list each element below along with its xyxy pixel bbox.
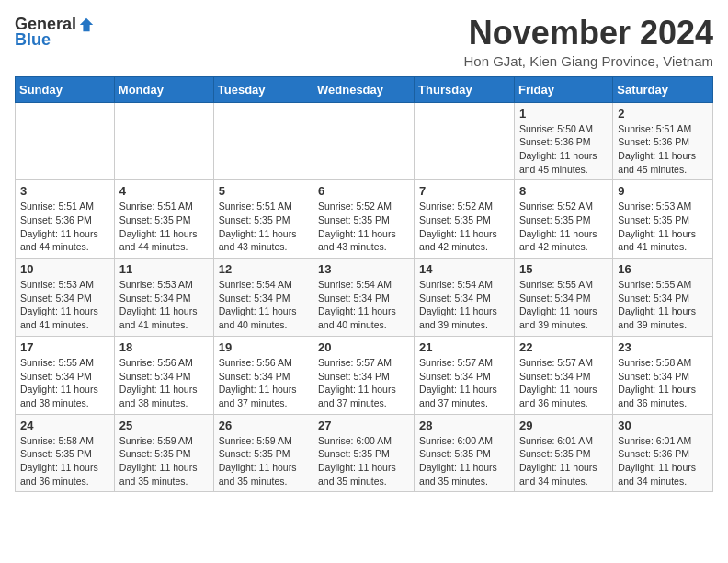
day-number: 6 [318,184,409,198]
month-title: November 2024 [463,15,713,52]
day-number: 30 [618,419,708,432]
day-info: Sunrise: 5:53 AMSunset: 5:35 PMDaylight:… [618,200,708,254]
day-number: 9 [618,184,708,198]
calendar-cell: 4Sunrise: 5:51 AMSunset: 5:35 PMDaylight… [114,180,213,259]
calendar-cell: 8Sunrise: 5:52 AMSunset: 5:35 PMDaylight… [514,180,612,259]
calendar-header-friday: Friday [514,76,612,102]
calendar-header-saturday: Saturday [613,76,713,102]
calendar-cell: 30Sunrise: 6:01 AMSunset: 5:36 PMDayligh… [613,414,713,492]
calendar-week-row: 17Sunrise: 5:55 AMSunset: 5:34 PMDayligh… [16,336,713,414]
day-number: 7 [419,184,509,198]
calendar-cell: 2Sunrise: 5:51 AMSunset: 5:36 PMDaylight… [613,102,713,180]
day-number: 21 [419,340,509,354]
day-number: 25 [119,419,209,432]
calendar-cell [313,102,415,180]
day-info: Sunrise: 5:57 AMSunset: 5:34 PMDaylight:… [318,356,409,410]
day-number: 27 [318,419,409,432]
calendar-cell [16,102,115,180]
day-number: 11 [119,262,209,276]
calendar-header-row: SundayMondayTuesdayWednesdayThursdayFrid… [16,76,713,102]
day-number: 26 [219,419,308,432]
calendar-week-row: 10Sunrise: 5:53 AMSunset: 5:34 PMDayligh… [16,259,713,337]
day-info: Sunrise: 6:00 AMSunset: 5:35 PMDaylight:… [318,434,409,488]
day-info: Sunrise: 6:00 AMSunset: 5:35 PMDaylight:… [419,434,509,488]
calendar-cell: 5Sunrise: 5:51 AMSunset: 5:35 PMDaylight… [213,180,313,259]
day-info: Sunrise: 5:51 AMSunset: 5:36 PMDaylight:… [20,200,109,254]
day-info: Sunrise: 6:01 AMSunset: 5:35 PMDaylight:… [519,434,608,488]
calendar-header-monday: Monday [114,76,213,102]
day-info: Sunrise: 5:52 AMSunset: 5:35 PMDaylight:… [519,200,608,254]
day-info: Sunrise: 5:54 AMSunset: 5:34 PMDaylight:… [219,278,308,332]
calendar-cell: 15Sunrise: 5:55 AMSunset: 5:34 PMDayligh… [514,259,612,337]
logo: General Blue [15,15,95,50]
logo-icon [78,17,95,33]
calendar-cell: 12Sunrise: 5:54 AMSunset: 5:34 PMDayligh… [213,259,313,337]
day-info: Sunrise: 5:50 AMSunset: 5:36 PMDaylight:… [519,122,608,177]
day-info: Sunrise: 5:51 AMSunset: 5:35 PMDaylight:… [219,200,308,254]
day-info: Sunrise: 5:51 AMSunset: 5:36 PMDaylight:… [618,122,708,177]
logo-blue-text: Blue [15,30,51,49]
calendar-cell: 21Sunrise: 5:57 AMSunset: 5:34 PMDayligh… [415,336,515,414]
calendar-cell: 16Sunrise: 5:55 AMSunset: 5:34 PMDayligh… [613,259,713,337]
day-info: Sunrise: 5:52 AMSunset: 5:35 PMDaylight:… [318,200,409,254]
day-number: 16 [618,262,708,276]
day-info: Sunrise: 5:59 AMSunset: 5:35 PMDaylight:… [119,434,209,488]
day-info: Sunrise: 5:54 AMSunset: 5:34 PMDaylight:… [318,278,409,332]
day-number: 10 [20,262,109,276]
day-info: Sunrise: 5:55 AMSunset: 5:34 PMDaylight:… [519,278,608,332]
day-info: Sunrise: 5:58 AMSunset: 5:35 PMDaylight:… [20,434,109,488]
calendar-cell: 6Sunrise: 5:52 AMSunset: 5:35 PMDaylight… [313,180,415,259]
calendar-cell [213,102,313,180]
calendar-cell: 23Sunrise: 5:58 AMSunset: 5:34 PMDayligh… [613,336,713,414]
calendar-cell: 17Sunrise: 5:55 AMSunset: 5:34 PMDayligh… [16,336,115,414]
day-info: Sunrise: 5:51 AMSunset: 5:35 PMDaylight:… [119,200,209,254]
day-number: 22 [519,340,608,354]
calendar-table: SundayMondayTuesdayWednesdayThursdayFrid… [15,76,713,493]
day-info: Sunrise: 5:57 AMSunset: 5:34 PMDaylight:… [519,356,608,410]
calendar-cell: 7Sunrise: 5:52 AMSunset: 5:35 PMDaylight… [415,180,515,259]
calendar-cell [114,102,213,180]
day-info: Sunrise: 5:53 AMSunset: 5:34 PMDaylight:… [119,278,209,332]
day-number: 4 [119,184,209,198]
day-info: Sunrise: 5:57 AMSunset: 5:34 PMDaylight:… [419,356,509,410]
calendar-cell: 14Sunrise: 5:54 AMSunset: 5:34 PMDayligh… [415,259,515,337]
day-number: 20 [318,340,409,354]
day-info: Sunrise: 5:54 AMSunset: 5:34 PMDaylight:… [419,278,509,332]
svg-marker-0 [80,17,93,30]
calendar-cell: 27Sunrise: 6:00 AMSunset: 5:35 PMDayligh… [313,414,415,492]
calendar-cell: 9Sunrise: 5:53 AMSunset: 5:35 PMDaylight… [613,180,713,259]
day-info: Sunrise: 5:56 AMSunset: 5:34 PMDaylight:… [119,356,209,410]
calendar-cell: 1Sunrise: 5:50 AMSunset: 5:36 PMDaylight… [514,102,612,180]
day-info: Sunrise: 5:53 AMSunset: 5:34 PMDaylight:… [20,278,109,332]
day-number: 2 [618,107,708,121]
calendar-week-row: 24Sunrise: 5:58 AMSunset: 5:35 PMDayligh… [16,414,713,492]
day-number: 23 [618,340,708,354]
calendar-cell: 10Sunrise: 5:53 AMSunset: 5:34 PMDayligh… [16,259,115,337]
day-number: 24 [20,419,109,432]
day-number: 8 [519,184,608,198]
calendar-cell: 28Sunrise: 6:00 AMSunset: 5:35 PMDayligh… [415,414,515,492]
day-number: 1 [519,107,608,121]
calendar-cell: 25Sunrise: 5:59 AMSunset: 5:35 PMDayligh… [114,414,213,492]
day-number: 12 [219,262,308,276]
day-info: Sunrise: 5:55 AMSunset: 5:34 PMDaylight:… [20,356,109,410]
calendar-header-wednesday: Wednesday [313,76,415,102]
day-info: Sunrise: 5:55 AMSunset: 5:34 PMDaylight:… [618,278,708,332]
calendar-cell: 13Sunrise: 5:54 AMSunset: 5:34 PMDayligh… [313,259,415,337]
calendar-cell: 11Sunrise: 5:53 AMSunset: 5:34 PMDayligh… [114,259,213,337]
title-block: November 2024 Hon GJat, Kien Giang Provi… [463,15,713,69]
calendar-header-sunday: Sunday [16,76,115,102]
day-number: 17 [20,340,109,354]
day-number: 5 [219,184,308,198]
day-info: Sunrise: 6:01 AMSunset: 5:36 PMDaylight:… [618,434,708,488]
calendar-cell: 29Sunrise: 6:01 AMSunset: 5:35 PMDayligh… [514,414,612,492]
day-number: 3 [20,184,109,198]
calendar-cell [415,102,515,180]
calendar-header-thursday: Thursday [415,76,515,102]
day-info: Sunrise: 5:58 AMSunset: 5:34 PMDaylight:… [618,356,708,410]
calendar-cell: 19Sunrise: 5:56 AMSunset: 5:34 PMDayligh… [213,336,313,414]
calendar-cell: 20Sunrise: 5:57 AMSunset: 5:34 PMDayligh… [313,336,415,414]
day-info: Sunrise: 5:59 AMSunset: 5:35 PMDaylight:… [219,434,308,488]
day-number: 19 [219,340,308,354]
day-info: Sunrise: 5:52 AMSunset: 5:35 PMDaylight:… [419,200,509,254]
